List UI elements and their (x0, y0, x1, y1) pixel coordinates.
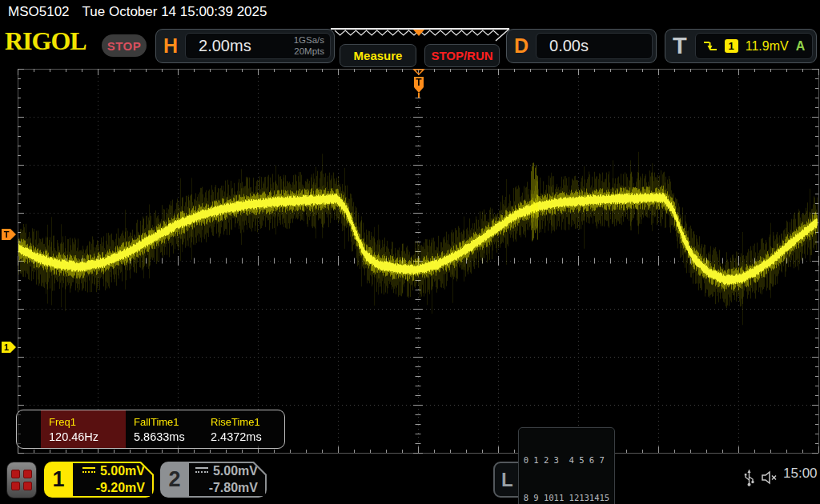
timebase-value: 2.00ms (199, 37, 294, 55)
trigger-level-value: 11.9mV (746, 39, 789, 54)
oscilloscope-screen: MSO5102 Tue October 14 15:00:39 2025 RIG… (0, 0, 820, 504)
logic-label: L (495, 469, 518, 491)
measure-button[interactable]: Measure (340, 44, 416, 67)
logic-channel-numbers: 0 1 2 3 4 5 6 7 8 9 1011 12131415 (518, 427, 615, 504)
delay-panel[interactable]: D 0.00s (506, 29, 657, 63)
channel1-pill[interactable]: 1 5.00mV -9.20mV (44, 462, 154, 498)
bottom-bar: 1 5.00mV -9.20mV 2 5.00mV -7.80mV (0, 454, 820, 504)
trigger-inner: 1 11.9mV A (695, 33, 814, 59)
channel1-ground-marker[interactable]: 1 (1, 341, 17, 354)
status-bar: MSO5102 Tue October 14 15:00:39 2025 (0, 0, 820, 24)
sound-muted-icon[interactable] (761, 470, 780, 485)
trigger-panel[interactable]: T 1 11.9mV A (665, 29, 817, 63)
channel1-values: 5.00mV -9.20mV (73, 463, 152, 496)
logic-row-0-7: 0 1 2 3 4 5 6 7 (524, 454, 609, 467)
system-clock: 15:00 (783, 466, 818, 482)
trigger-flag-letter: T (416, 77, 422, 88)
apps-menu-button[interactable] (6, 462, 37, 498)
apps-grid-icon (11, 470, 32, 490)
waveform-display-area[interactable]: T T 1 Freq1 120.46Hz FallTime1 5.8633ms … (0, 67, 820, 454)
measurement-label: Freq1 (49, 416, 118, 428)
delay-value: 0.00s (549, 37, 652, 55)
rigol-logo: RIGOL (5, 26, 86, 56)
acquisition-state-badge: STOP (102, 34, 147, 57)
measurement-label: RiseTime1 (211, 416, 275, 428)
horizontal-panel[interactable]: H 2.00ms 1GSa/s 20Mpts (155, 29, 335, 63)
channel1-offset: -9.20mV (96, 480, 145, 497)
trigger-sweep-mode: A (796, 39, 806, 54)
logic-channels-pill[interactable]: L 0 1 2 3 4 5 6 7 8 9 1011 12131415 (493, 462, 598, 498)
model-name: MSO5102 (8, 4, 70, 20)
channel2-offset: -7.80mV (209, 480, 258, 497)
trigger-source-badge: 1 (725, 39, 738, 53)
channel2-number: 2 (160, 462, 189, 498)
measurement-results-panel[interactable]: Freq1 120.46Hz FallTime1 5.8633ms RiseTi… (16, 410, 285, 449)
memory-position-strip[interactable] (330, 27, 511, 42)
usb-icon (743, 468, 755, 488)
dc-coupling-icon (195, 467, 208, 475)
dc-coupling-icon (82, 467, 95, 475)
channel2-values: 5.00mV -7.80mV (189, 463, 265, 496)
measurement-item-freq1[interactable]: Freq1 120.46Hz (41, 410, 126, 448)
datetime: Tue October 14 15:00:39 2025 (82, 4, 267, 20)
sample-rate-memdepth: 1GSa/s 20Mpts (294, 35, 324, 58)
channel1-scale: 5.00mV (100, 463, 145, 480)
channel2-pill[interactable]: 2 5.00mV -7.80mV (160, 462, 267, 498)
logic-row-8-15: 8 9 1011 12131415 (524, 492, 609, 504)
channel2-scale: 5.00mV (213, 463, 258, 480)
trigger-label: T (665, 33, 695, 59)
trigger-position-chevron-icon (414, 70, 424, 74)
measurement-value: 5.8633ms (134, 430, 195, 443)
trigger-position-flag[interactable]: T (412, 68, 426, 98)
stop-run-button[interactable]: STOP/RUN (424, 44, 500, 67)
measurement-item-falltime1[interactable]: FallTime1 5.8633ms (126, 410, 203, 448)
trigger-level-letter: T (4, 230, 10, 239)
waveform-canvas[interactable] (0, 67, 820, 454)
horizontal-inner: 2.00ms 1GSa/s 20Mpts (185, 33, 331, 59)
delay-label: D (507, 34, 536, 58)
falling-edge-icon (703, 40, 718, 52)
measurement-value: 2.4372ms (211, 430, 275, 443)
measurement-label: FallTime1 (134, 416, 195, 428)
measurement-value: 120.46Hz (49, 430, 118, 443)
measurement-item-risetime1[interactable]: RiseTime1 2.4372ms (203, 410, 283, 448)
header-bar: RIGOL STOP H 2.00ms 1GSa/s 20Mpts Measur… (0, 24, 820, 67)
delay-inner: 0.00s (536, 33, 653, 59)
horizontal-label: H (156, 34, 185, 58)
trigger-level-marker[interactable]: T (1, 228, 17, 241)
channel1-ground-letter: 1 (4, 342, 9, 352)
channel1-number: 1 (44, 462, 73, 498)
